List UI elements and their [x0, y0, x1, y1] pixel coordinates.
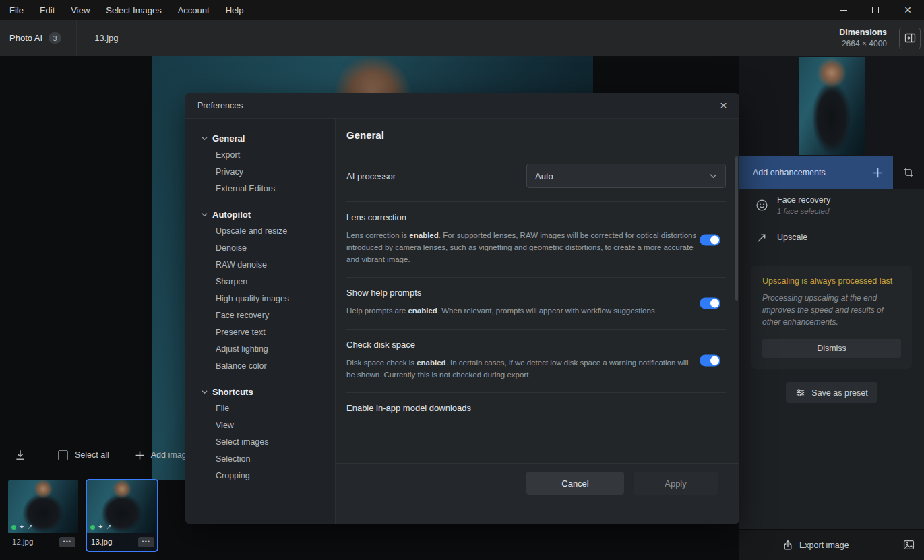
chevron-down-icon	[202, 136, 208, 141]
sidebar-item-selection[interactable]: Selection	[202, 451, 335, 468]
sidebar-item-cropping[interactable]: Cropping	[202, 468, 335, 485]
sidebar-section-general: General Export Privacy External Editors	[202, 129, 335, 197]
thumbnail-image-12[interactable]: ✦ ↗	[8, 480, 78, 533]
crop-tool-button[interactable]	[893, 156, 924, 189]
ai-processor-row: AI processor Auto	[346, 150, 726, 202]
sidebar-section-autopilot: Autopilot Upscale and resize Denoise RAW…	[202, 206, 335, 375]
add-enhancements-row: Add enhancements	[739, 156, 924, 189]
menu-account[interactable]: Account	[170, 0, 218, 20]
menu-bar: File Edit View Select Images Account Hel…	[0, 0, 924, 20]
show-help-prompts-toggle[interactable]	[700, 298, 720, 309]
menu-view[interactable]: View	[63, 0, 98, 20]
app-home-tab[interactable]: Photo AI 3	[0, 20, 76, 56]
dialog-footer: Cancel Apply	[336, 463, 739, 524]
thumbnail-meta: 12.jpg •••	[8, 533, 78, 551]
close-icon: ×	[904, 4, 912, 16]
content-heading: General	[346, 119, 726, 150]
ai-processor-select[interactable]: Auto	[526, 164, 726, 188]
sidebar-item-raw-denoise[interactable]: RAW denoise	[202, 257, 335, 274]
sidebar-section-header-shortcuts[interactable]: Shortcuts	[202, 383, 335, 400]
setting-lens-correction: Lens correction Lens correction is enabl…	[346, 202, 726, 278]
sidebar-item-upscale-and-resize[interactable]: Upscale and resize	[202, 223, 335, 240]
thumbnail-menu-button[interactable]: •••	[138, 537, 154, 547]
dialog-body: General Export Privacy External Editors …	[185, 119, 739, 524]
sidebar-item-external-editors[interactable]: External Editors	[202, 181, 335, 197]
setting-title: Check disk space	[346, 340, 726, 350]
plus-icon	[872, 167, 884, 179]
dialog-title: Preferences	[197, 101, 243, 111]
dimensions-label: Dimensions	[839, 28, 887, 37]
enhancement-upscale[interactable]: Upscale	[739, 221, 924, 253]
thumbnail-status-badges: ✦ ↗	[90, 524, 112, 530]
add-enhancements-label: Add enhancements	[753, 168, 826, 177]
preferences-content: General AI processor Auto Lens correctio…	[335, 119, 739, 524]
apply-button[interactable]: Apply	[634, 472, 718, 495]
select-all-control[interactable]: Select all	[58, 450, 109, 460]
add-enhancements-button[interactable]: Add enhancements	[739, 156, 893, 189]
thumbnail-menu-button[interactable]: •••	[59, 537, 75, 547]
image-settings-icon	[903, 539, 915, 551]
filmstrip-toolbar: Select all Add images	[0, 438, 195, 472]
scrollbar-thumb[interactable]	[735, 156, 738, 301]
collapse-panel-icon	[904, 32, 916, 44]
export-image-button[interactable]: Export image	[782, 540, 849, 551]
filmstrip-item-12[interactable]: ✦ ↗ 12.jpg •••	[8, 480, 78, 551]
sidebar-item-high-quality-images[interactable]: High quality images	[202, 290, 335, 307]
setting-title: Show help prompts	[346, 288, 726, 298]
face-recovery-icon	[756, 199, 768, 212]
import-button[interactable]	[11, 449, 30, 461]
sidebar-item-view[interactable]: View	[202, 417, 335, 434]
export-image-label: Export image	[799, 540, 849, 550]
collapse-panel-button[interactable]	[899, 28, 921, 49]
cancel-button[interactable]: Cancel	[526, 472, 624, 495]
dismiss-button[interactable]: Dismiss	[762, 339, 901, 358]
check-disk-space-toggle[interactable]	[700, 355, 720, 367]
save-as-preset-button[interactable]: Save as preset	[786, 382, 877, 403]
menu-select-images[interactable]: Select Images	[98, 0, 169, 20]
select-all-checkbox[interactable]	[58, 450, 68, 460]
sidebar-item-file[interactable]: File	[202, 400, 335, 417]
preview-thumbnail[interactable]	[799, 57, 865, 155]
sidebar-item-balance-color[interactable]: Balance color	[202, 358, 335, 375]
preferences-scroll-area[interactable]: General AI processor Auto Lens correctio…	[336, 119, 739, 463]
open-file-tab[interactable]: 13.jpg	[76, 20, 135, 56]
thumbnail-image-13[interactable]: ✦ ↗	[87, 480, 157, 533]
enhancement-label: Upscale	[777, 232, 807, 242]
upscale-arrow-icon: ↗	[27, 524, 32, 530]
export-settings-button[interactable]	[893, 539, 924, 551]
sidebar-item-select-images[interactable]: Select images	[202, 434, 335, 451]
sidebar-section-header-autopilot[interactable]: Autopilot	[202, 206, 335, 223]
enhancement-face-recovery[interactable]: Face recovery 1 face selected	[739, 189, 924, 221]
setting-description: Disk space check is enabled. In certain …	[346, 356, 697, 381]
setting-title: Enable in-app model downloads	[346, 403, 726, 413]
window-controls: ×	[827, 0, 924, 20]
enhancement-label: Face recovery	[777, 195, 830, 205]
menu-edit[interactable]: Edit	[32, 0, 63, 20]
maximize-button[interactable]	[859, 0, 892, 20]
sidebar-item-sharpen[interactable]: Sharpen	[202, 274, 335, 290]
thumbnail-filename: 12.jpg	[12, 538, 33, 546]
sidebar-item-denoise[interactable]: Denoise	[202, 240, 335, 257]
menu-file[interactable]: File	[0, 0, 32, 20]
preset-icon	[795, 387, 805, 398]
close-window-button[interactable]: ×	[892, 0, 924, 20]
import-icon	[14, 449, 26, 461]
select-all-label: Select all	[75, 450, 109, 460]
toggle-knob	[710, 299, 719, 308]
sidebar-item-adjust-lighting[interactable]: Adjust lighting	[202, 341, 335, 358]
sidebar-item-preserve-text[interactable]: Preserve text	[202, 324, 335, 341]
notice-title: Upscaling is always processed last	[762, 276, 901, 286]
menu-help[interactable]: Help	[218, 0, 252, 20]
setting-description: Lens correction is enabled. For supporte…	[346, 229, 697, 266]
toggle-knob	[710, 235, 719, 244]
tab-bar: Photo AI 3 13.jpg Dimensions 2664 × 4000	[0, 20, 924, 56]
lens-correction-toggle[interactable]	[700, 234, 720, 245]
sidebar-item-face-recovery[interactable]: Face recovery	[202, 307, 335, 324]
minimize-button[interactable]	[827, 0, 859, 20]
sidebar-item-privacy[interactable]: Privacy	[202, 164, 335, 181]
filmstrip-item-13[interactable]: ✦ ↗ 13.jpg •••	[87, 480, 157, 551]
export-icon	[782, 540, 793, 551]
sidebar-section-header-general[interactable]: General	[202, 129, 335, 147]
sidebar-item-export[interactable]: Export	[202, 147, 335, 164]
dialog-close-button[interactable]: ×	[720, 99, 727, 112]
